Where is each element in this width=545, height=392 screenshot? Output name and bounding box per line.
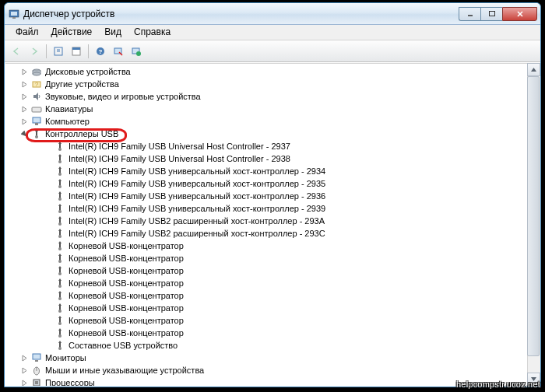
expander-icon[interactable] (43, 254, 52, 263)
minimize-button[interactable] (459, 7, 480, 21)
show-hidden-button[interactable] (50, 43, 67, 60)
titlebar[interactable]: Диспетчер устройств (5, 3, 540, 25)
menu-view[interactable]: Вид (98, 25, 128, 40)
menu-file[interactable]: Файл (9, 25, 45, 40)
expander-icon[interactable] (19, 378, 29, 386)
properties-button[interactable] (68, 43, 85, 60)
expander-icon[interactable] (43, 241, 52, 250)
expander-icon[interactable] (43, 266, 52, 275)
tree-node-label: Корневой USB-концентратор (69, 327, 184, 339)
update-button[interactable] (128, 43, 145, 60)
scan-button[interactable] (110, 43, 127, 60)
device-tree[interactable]: Дисковые устройства ? Другие устройства … (5, 63, 540, 386)
svg-point-40 (58, 297, 62, 300)
expander-icon[interactable] (43, 291, 52, 300)
expander-icon[interactable] (43, 303, 52, 313)
expander-icon[interactable] (43, 278, 52, 288)
tree-device[interactable]: Корневой USB-концентратор (5, 252, 540, 264)
tree-device[interactable]: Корневой USB-концентратор (5, 264, 540, 277)
svg-point-31 (58, 185, 62, 188)
tree-device[interactable]: Intel(R) ICH9 Family USB Universal Host … (5, 152, 540, 165)
expander-icon[interactable] (43, 328, 52, 338)
tree-node-label: Контроллеры USB (45, 128, 118, 140)
expander-icon[interactable] (19, 67, 29, 76)
expander-icon[interactable] (19, 104, 29, 114)
svg-point-33 (58, 210, 62, 213)
usbdev-icon (54, 177, 66, 190)
expander-icon[interactable] (19, 129, 29, 138)
svg-rect-4 (489, 11, 494, 16)
svg-point-38 (58, 272, 62, 275)
help-button[interactable]: ? (92, 43, 109, 60)
expander-icon[interactable] (43, 142, 52, 151)
tree-device[interactable]: Intel(R) ICH9 Family USB2 расширенный хо… (5, 227, 540, 240)
toolbar: ? (5, 40, 540, 62)
back-button[interactable] (8, 43, 25, 60)
maximize-button[interactable] (480, 7, 502, 21)
expander-icon[interactable] (19, 92, 29, 101)
tree-device[interactable]: Корневой USB-концентратор (5, 327, 540, 339)
close-button[interactable] (502, 7, 537, 21)
scrollbar-thumb[interactable] (527, 76, 540, 356)
expander-icon[interactable] (19, 366, 29, 375)
disk-icon (30, 65, 43, 78)
tree-category[interactable]: ? Другие устройства (5, 78, 540, 90)
svg-point-27 (35, 135, 38, 138)
app-icon (8, 8, 20, 20)
expander-icon[interactable] (43, 229, 52, 238)
tree-device[interactable]: Intel(R) ICH9 Family USB универсальный х… (5, 190, 540, 202)
tree-node-label: Корневой USB-концентратор (69, 264, 184, 277)
expander-icon[interactable] (43, 316, 52, 325)
tree-device[interactable]: Составное USB устройство (5, 339, 540, 352)
tree-category-usb[interactable]: Контроллеры USB (5, 128, 540, 140)
tree-device[interactable]: Intel(R) ICH9 Family USB универсальный х… (5, 165, 540, 177)
tree-category[interactable]: Клавиатуры (5, 103, 540, 115)
tree-node-label: Intel(R) ICH9 Family USB универсальный х… (69, 190, 325, 202)
expander-icon[interactable] (43, 179, 52, 188)
usbdev-icon (54, 215, 66, 227)
tree-device[interactable]: Intel(R) ICH9 Family USB Universal Host … (5, 140, 540, 152)
forward-button[interactable] (26, 43, 43, 60)
device-manager-window: Диспетчер устройств Файл Действие Вид Сп… (4, 2, 541, 387)
tree-device[interactable]: Intel(R) ICH9 Family USB2 расширенный хо… (5, 215, 540, 227)
svg-point-16 (136, 51, 141, 56)
tree-category[interactable]: Мыши и иные указывающие устройства (5, 364, 540, 376)
expander-icon[interactable] (19, 79, 29, 89)
tree-category[interactable]: Дисковые устройства (5, 65, 540, 78)
expander-icon[interactable] (43, 154, 52, 163)
expander-icon[interactable] (43, 204, 52, 213)
menu-help[interactable]: Справка (128, 25, 177, 40)
tree-device[interactable]: Корневой USB-концентратор (5, 314, 540, 327)
tree-category[interactable]: Звуковые, видео и игровые устройства (5, 90, 540, 103)
svg-point-37 (58, 260, 62, 263)
svg-rect-45 (33, 354, 40, 359)
expander-icon[interactable] (19, 353, 29, 362)
window-controls (459, 7, 537, 21)
expander-icon[interactable] (43, 166, 52, 176)
tree-device[interactable]: Intel(R) ICH9 Family USB универсальный х… (5, 202, 540, 215)
tree-device[interactable]: Intel(R) ICH9 Family USB универсальный х… (5, 177, 540, 190)
scroll-up-button[interactable] (527, 63, 540, 76)
monitor-icon (30, 352, 43, 364)
tree-category[interactable]: Мониторы (5, 352, 540, 364)
menu-action[interactable]: Действие (45, 25, 99, 40)
svg-point-32 (58, 198, 62, 201)
expander-icon[interactable] (43, 341, 52, 350)
tree-category[interactable]: Компьютер (5, 115, 540, 128)
svg-point-42 (58, 322, 62, 325)
cpu-icon (30, 376, 43, 386)
expander-icon[interactable] (19, 117, 29, 126)
svg-rect-11 (72, 47, 80, 50)
expander-icon[interactable] (43, 191, 52, 201)
tree-device[interactable]: Корневой USB-концентратор (5, 289, 540, 302)
tree-device[interactable]: Корневой USB-концентратор (5, 240, 540, 252)
tree-node-label: Мониторы (45, 352, 86, 364)
tree-node-label: Корневой USB-концентратор (69, 302, 184, 314)
tree-device[interactable]: Корневой USB-концентратор (5, 277, 540, 289)
tree-node-label: Корневой USB-концентратор (69, 314, 184, 327)
tree-node-label: Корневой USB-концентратор (69, 240, 184, 252)
expander-icon[interactable] (43, 216, 52, 226)
tree-device[interactable]: Корневой USB-концентратор (5, 302, 540, 314)
window-title: Диспетчер устройств (23, 9, 459, 19)
tree-node-label: Intel(R) ICH9 Family USB универсальный х… (69, 165, 325, 177)
